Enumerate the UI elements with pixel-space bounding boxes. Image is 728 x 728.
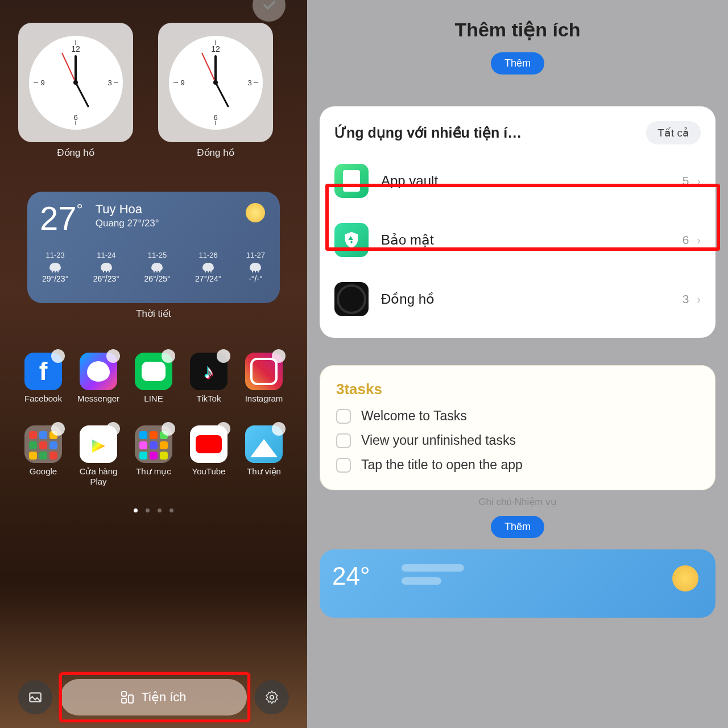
- app-messenger[interactable]: Messenger: [72, 353, 125, 404]
- list-item-clock[interactable]: Đồng hồ 3 ›: [320, 270, 715, 329]
- add-button[interactable]: Thêm: [491, 516, 544, 538]
- task-row: Tap the title to open the app: [336, 457, 699, 473]
- svg-point-28: [270, 696, 274, 700]
- clock-icon: [334, 282, 369, 316]
- svg-point-23: [213, 80, 218, 85]
- svg-line-21: [216, 82, 228, 106]
- sun-icon: [246, 203, 265, 222]
- confirm-button[interactable]: [253, 0, 286, 22]
- checkbox-icon: [336, 409, 351, 424]
- app-play-store[interactable]: Cửa hàng Play: [72, 425, 125, 487]
- tasks-widget-preview[interactable]: 3tasks Welcome to Tasks View your unfini…: [320, 365, 715, 490]
- highlight-annotation: [325, 184, 720, 251]
- section-title: Ứng dụng với nhiều tiện í…: [334, 125, 522, 141]
- clock-face-icon: 12 3 6 9: [29, 36, 123, 130]
- task-row: Welcome to Tasks: [336, 408, 699, 424]
- checkbox-icon: [336, 433, 351, 448]
- clock-widget-1[interactable]: 12 3 6 9 Đồng hồ: [18, 23, 133, 159]
- chevron-right-icon: ›: [697, 293, 701, 306]
- app-google-folder[interactable]: Google: [17, 425, 69, 487]
- forecast-day: 11-2426°/23°: [93, 251, 119, 283]
- task-row: View your unfinished tasks: [336, 433, 699, 448]
- home-screen-edit: 12 3 6 9 Đồng hồ: [0, 0, 307, 728]
- app-youtube[interactable]: YouTube: [183, 425, 235, 487]
- app-gallery[interactable]: Thư viện: [238, 425, 290, 487]
- svg-text:6: 6: [213, 113, 217, 122]
- clock-widget-2[interactable]: 12 3 6 9 Đồng hồ: [158, 23, 273, 159]
- svg-text:3: 3: [247, 78, 251, 87]
- page-indicator: [0, 508, 307, 512]
- svg-text:9: 9: [180, 78, 184, 87]
- checkbox-icon: [336, 458, 351, 473]
- app-line[interactable]: LINELINE: [127, 353, 180, 404]
- svg-line-9: [76, 82, 88, 106]
- svg-text:9: 9: [40, 78, 44, 87]
- forecast-day: 11-2329°/23°: [42, 251, 68, 283]
- highlight-annotation: [59, 672, 250, 722]
- widget-footer-label: Ghi chú·Nhiệm vụ: [307, 496, 728, 508]
- svg-text:6: 6: [73, 113, 77, 122]
- widget-label: Thời tiết: [0, 308, 307, 320]
- widget-label: Đồng hồ: [158, 147, 273, 159]
- image-icon: [28, 690, 43, 705]
- app-folder[interactable]: Thư mục: [127, 425, 180, 487]
- add-button[interactable]: Thêm: [491, 52, 544, 75]
- page-title: Thêm tiện ích: [307, 18, 728, 41]
- app-facebook[interactable]: Facebook: [17, 353, 69, 404]
- svg-line-10: [62, 53, 76, 82]
- gear-icon: [264, 690, 279, 705]
- svg-text:12: 12: [211, 44, 220, 53]
- tasks-title: 3tasks: [336, 380, 699, 398]
- widget-label: Đồng hồ: [18, 147, 133, 159]
- forecast-day: 11-27-°/-°: [246, 251, 265, 283]
- item-count: 3: [682, 292, 689, 306]
- forecast-day: 11-2627°/24°: [195, 251, 221, 283]
- svg-text:3: 3: [107, 78, 111, 87]
- forecast-day: 11-2526°/25°: [144, 251, 170, 283]
- current-temp: 27°: [40, 202, 83, 235]
- wallpaper-button[interactable]: [18, 680, 52, 714]
- svg-point-11: [73, 80, 78, 85]
- apps-with-widgets-section: Ứng dụng với nhiều tiện í… Tất cả App va…: [320, 106, 715, 338]
- app-tiktok[interactable]: TikTok: [183, 353, 235, 404]
- check-icon: [261, 0, 277, 13]
- svg-text:12: 12: [71, 44, 80, 53]
- svg-line-22: [202, 53, 216, 82]
- weather-widget[interactable]: 27° Tuy Hoa Quang 27°/23° 11-2329°/23° 1…: [27, 192, 280, 303]
- location-name: Tuy Hoa: [96, 202, 159, 217]
- sun-icon: [672, 565, 698, 592]
- condition-text: Quang 27°/23°: [96, 218, 159, 229]
- weather-widget-preview[interactable]: 24°: [320, 549, 715, 618]
- settings-button[interactable]: [255, 680, 289, 714]
- placeholder-bars: [402, 564, 464, 590]
- all-button[interactable]: Tất cả: [646, 121, 701, 144]
- app-instagram[interactable]: Instagram: [238, 353, 290, 404]
- clock-face-icon: 12 3 6 9: [169, 36, 263, 130]
- item-label: Đồng hồ: [381, 291, 682, 307]
- widget-picker-panel: Thêm tiện ích Thêm Ứng dụng với nhiều ti…: [307, 0, 728, 728]
- preview-temp: 24°: [332, 562, 370, 590]
